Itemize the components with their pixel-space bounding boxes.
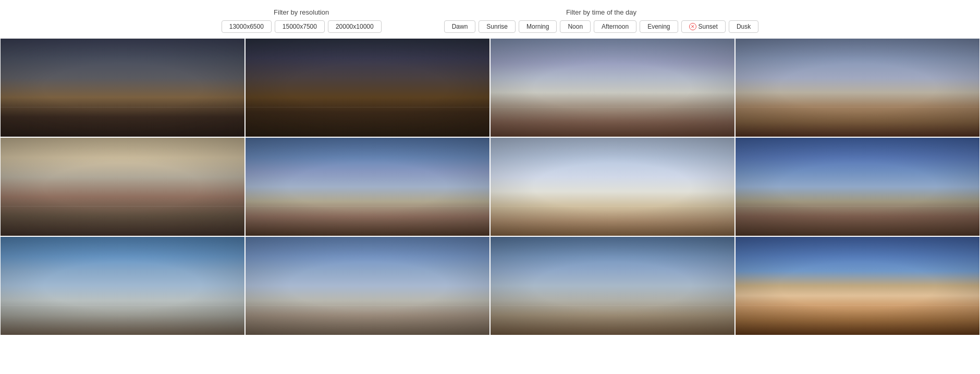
time-btn-time-dusk[interactable]: Dusk [729,20,758,33]
grid-item-img-10[interactable] [245,236,490,335]
time-btn-time-sunset[interactable]: ✕Sunset [681,20,726,33]
time-btn-label-time-sunset: Sunset [699,23,718,30]
resolution-btn-res-15000[interactable]: 15000x7500 [275,20,325,33]
grid-item-img-9[interactable] [0,236,245,335]
grid-item-img-11[interactable] [490,236,735,335]
cancel-icon: ✕ [689,23,696,30]
grid-item-img-12[interactable] [735,236,980,335]
grid-item-img-1[interactable] [0,38,245,137]
top-bar: Filter by resolution 13000x650015000x750… [0,0,980,38]
grid-item-img-6[interactable] [245,137,490,236]
time-filter-label: Filter by time of the day [566,8,636,16]
time-btn-time-morning[interactable]: Morning [519,20,557,33]
resolution-filter-group: Filter by resolution 13000x650015000x750… [222,8,382,33]
grid-item-img-2[interactable] [245,38,490,137]
resolution-btn-res-13000[interactable]: 13000x6500 [222,20,272,33]
time-btn-time-afternoon[interactable]: Afternoon [594,20,636,33]
grid-item-img-3[interactable] [490,38,735,137]
time-btn-time-dawn[interactable]: Dawn [444,20,476,33]
time-filter-group: Filter by time of the day DawnSunriseMor… [444,8,759,33]
time-btn-time-evening[interactable]: Evening [640,20,678,33]
time-filter-buttons: DawnSunriseMorningNoonAfternoonEvening✕S… [444,20,759,33]
grid-item-img-5[interactable] [0,137,245,236]
resolution-btn-res-20000[interactable]: 20000x10000 [328,20,382,33]
grid-item-img-7[interactable] [490,137,735,236]
time-btn-time-noon[interactable]: Noon [560,20,591,33]
grid-item-img-8[interactable] [735,137,980,236]
image-grid [0,38,980,335]
resolution-filter-buttons: 13000x650015000x750020000x10000 [222,20,382,33]
time-btn-time-sunrise[interactable]: Sunrise [479,20,516,33]
grid-item-img-4[interactable] [735,38,980,137]
resolution-filter-label: Filter by resolution [274,8,329,16]
